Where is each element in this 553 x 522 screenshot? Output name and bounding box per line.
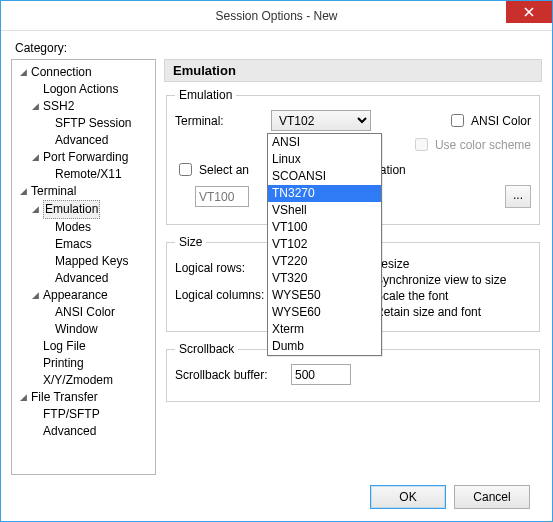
tree-ftp-sftp[interactable]: FTP/SFTP [30, 406, 153, 423]
category-label: Category: [15, 41, 542, 55]
scrollback-legend: Scrollback [175, 342, 238, 356]
logical-rows-label: Logical rows: [175, 261, 265, 275]
tree-remote-x11[interactable]: Remote/X11 [42, 166, 153, 183]
ok-button[interactable]: OK [370, 485, 446, 509]
tree-port-forwarding[interactable]: ◢Port Forwarding [30, 149, 153, 166]
tree-connection[interactable]: ◢Connection [18, 64, 153, 81]
tree-logon-actions[interactable]: Logon Actions [30, 81, 153, 98]
terminal-select[interactable]: VT102 [271, 110, 371, 131]
terminal-label: Terminal: [175, 114, 265, 128]
tree-modes[interactable]: Modes [42, 219, 153, 236]
terminal-option[interactable]: VT102 [268, 236, 381, 253]
tree-terminal[interactable]: ◢Terminal [18, 183, 153, 200]
terminal-option[interactable]: VShell [268, 202, 381, 219]
tree-ssh2-advanced[interactable]: Advanced [42, 132, 153, 149]
ansi-color-input[interactable] [451, 114, 464, 127]
tree-file-transfer[interactable]: ◢File Transfer [18, 389, 153, 406]
window-title: Session Options - New [1, 9, 552, 23]
tree-emulation[interactable]: ◢Emulation [30, 200, 153, 219]
tree-printing[interactable]: Printing [30, 355, 153, 372]
terminal-option[interactable]: Xterm [268, 321, 381, 338]
scrollback-label: Scrollback buffer: [175, 368, 285, 382]
titlebar: Session Options - New [1, 1, 552, 31]
size-legend: Size [175, 235, 206, 249]
terminal-option[interactable]: VT220 [268, 253, 381, 270]
terminal-option[interactable]: VT100 [268, 219, 381, 236]
category-tree[interactable]: ◢Connection Logon Actions ◢SSH2 SFTP Ses… [11, 59, 156, 475]
resize-sync-radio[interactable]: Synchronize view to size [358, 273, 531, 287]
tree-mapped-keys[interactable]: Mapped Keys [42, 253, 153, 270]
resize-retain-radio[interactable]: Retain size and font [358, 305, 531, 319]
tree-emacs[interactable]: Emacs [42, 236, 153, 253]
terminal-dropdown-list[interactable]: ANSILinuxSCOANSITN3270VShellVT100VT102VT… [267, 133, 382, 356]
emulation-panel: Emulation Terminal: VT102 ANSI Color [164, 82, 542, 475]
tree-log-file[interactable]: Log File [30, 338, 153, 355]
resize-scale-radio[interactable]: Scale the font [358, 289, 531, 303]
scrollback-input[interactable] [291, 364, 351, 385]
session-options-dialog: Session Options - New Category: ◢Connect… [0, 0, 553, 522]
alt-keyboard-browse-button[interactable]: ... [505, 185, 531, 208]
alt-keyboard-checkbox[interactable]: Select an [175, 160, 249, 179]
terminal-option[interactable]: ANSI [268, 134, 381, 151]
terminal-option[interactable]: Dumb [268, 338, 381, 355]
terminal-option[interactable]: WYSE50 [268, 287, 381, 304]
section-title: Emulation [164, 59, 542, 82]
tree-xyzmodem[interactable]: X/Y/Zmodem [30, 372, 153, 389]
terminal-option[interactable]: WYSE60 [268, 304, 381, 321]
tree-appearance[interactable]: ◢Appearance [30, 287, 153, 304]
tree-sftp-session[interactable]: SFTP Session [42, 115, 153, 132]
alt-keyboard-input[interactable] [179, 163, 192, 176]
terminal-option[interactable]: Linux [268, 151, 381, 168]
logical-cols-label: Logical columns: [175, 288, 265, 302]
use-color-scheme-input [415, 138, 428, 151]
use-color-scheme-checkbox: Use color scheme [411, 135, 531, 154]
alt-keyboard-value [195, 186, 249, 207]
terminal-option[interactable]: TN3270 [268, 185, 381, 202]
tree-ansi-color[interactable]: ANSI Color [42, 304, 153, 321]
tree-ft-advanced[interactable]: Advanced [30, 423, 153, 440]
tree-emulation-advanced[interactable]: Advanced [42, 270, 153, 287]
tree-window[interactable]: Window [42, 321, 153, 338]
terminal-option[interactable]: VT320 [268, 270, 381, 287]
close-button[interactable] [506, 1, 552, 23]
ansi-color-checkbox[interactable]: ANSI Color [447, 111, 531, 130]
on-resize-label: On resize [358, 257, 531, 271]
dialog-footer: OK Cancel [11, 475, 542, 521]
emulation-group: Emulation Terminal: VT102 ANSI Color [166, 88, 540, 225]
tree-ssh2[interactable]: ◢SSH2 [30, 98, 153, 115]
emulation-legend: Emulation [175, 88, 236, 102]
terminal-option[interactable]: SCOANSI [268, 168, 381, 185]
cancel-button[interactable]: Cancel [454, 485, 530, 509]
